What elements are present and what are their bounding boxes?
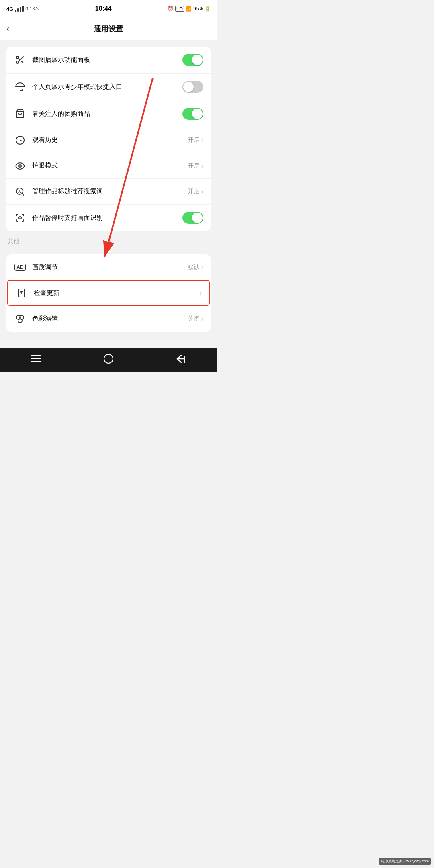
eye-protection-label: 护眼模式	[32, 162, 188, 170]
battery-label: 95%	[193, 6, 203, 12]
hd-label: HD	[175, 6, 184, 12]
svg-line-3	[21, 61, 23, 63]
color-filter-label: 色彩滤镜	[32, 315, 188, 323]
quality-status: 默认 ›	[188, 264, 203, 271]
setting-row-quality[interactable]: AD 画质调节 默认 ›	[6, 254, 211, 280]
setting-row-group-buy[interactable]: 看关注人的团购商品	[6, 100, 211, 127]
eye-protection-status: 开启 ›	[188, 162, 203, 170]
svg-point-11	[19, 217, 21, 219]
check-update-chevron: ›	[200, 289, 202, 297]
watch-history-label: 观看历史	[32, 136, 188, 144]
other-section-label: 其他	[0, 231, 217, 248]
time-label: 10:44	[95, 5, 112, 12]
svg-rect-19	[31, 355, 41, 356]
status-left: 4G 0.1K/s	[6, 6, 39, 12]
search-a-icon: A	[14, 187, 27, 197]
quality-label: 画质调节	[32, 263, 188, 272]
back-button[interactable]: ‹	[6, 24, 9, 34]
manage-search-status: 开启 ›	[188, 188, 203, 195]
group-buy-toggle[interactable]	[182, 108, 203, 120]
setting-row-eye-protection[interactable]: 护眼模式 开启 ›	[6, 153, 211, 178]
pause-recognition-label: 作品暂停时支持画面识别	[32, 214, 182, 222]
chevron-icon-quality: ›	[201, 264, 203, 271]
svg-point-16	[18, 319, 22, 323]
group-buy-label: 看关注人的团购商品	[32, 110, 182, 118]
ad-icon: AD	[14, 264, 27, 271]
svg-line-4	[18, 58, 20, 60]
eye-icon	[14, 161, 27, 171]
setting-row-screenshot[interactable]: 截图后展示功能面板	[6, 47, 211, 73]
setting-row-color-filter[interactable]: 色彩滤镜 关闭 ›	[6, 306, 211, 332]
manage-search-label: 管理作品标题推荐搜索词	[32, 187, 188, 196]
clock-icon	[14, 135, 27, 145]
setting-row-pause-recognition[interactable]: 作品暂停时支持画面识别	[6, 204, 211, 231]
color-filter-status: 关闭 ›	[188, 315, 203, 323]
top-nav: ‹ 通用设置	[0, 18, 217, 40]
chevron-icon-eye: ›	[201, 162, 203, 170]
filter-icon	[14, 314, 27, 324]
battery-icon: 🔋	[205, 6, 211, 12]
scan-icon	[14, 213, 27, 223]
umbrella-icon	[14, 82, 27, 92]
upload-icon	[15, 288, 28, 298]
page-title: 通用设置	[94, 24, 123, 34]
teen-mode-toggle[interactable]	[182, 81, 203, 93]
main-settings-card: 截图后展示功能面板 个人页展示青少年模式快捷入口	[6, 47, 211, 231]
svg-rect-20	[31, 358, 41, 360]
screenshot-label: 截图后展示功能面板	[32, 56, 182, 64]
watch-history-status: 开启 ›	[188, 136, 203, 144]
setting-row-teen-mode[interactable]: 个人页展示青少年模式快捷入口	[6, 73, 211, 100]
svg-point-22	[104, 354, 113, 363]
signal-icon	[15, 6, 24, 12]
check-update-label: 检查更新	[34, 289, 200, 297]
carrier-label: 4G	[6, 6, 13, 12]
svg-text:A: A	[18, 190, 21, 194]
nav-menu-button[interactable]	[28, 351, 44, 367]
svg-rect-21	[31, 361, 41, 362]
bottom-nav	[0, 348, 217, 372]
teen-mode-label: 个人页展示青少年模式快捷入口	[32, 83, 182, 91]
svg-point-7	[19, 165, 21, 167]
pause-recognition-toggle[interactable]	[182, 212, 203, 224]
chevron-icon: ›	[201, 137, 203, 144]
bag-icon	[14, 109, 27, 119]
speed-label: 0.1K/s	[25, 6, 39, 12]
scissors-icon	[14, 55, 27, 65]
alarm-icon: ⏰	[168, 6, 174, 12]
chevron-icon-search: ›	[201, 188, 203, 195]
setting-row-watch-history[interactable]: 观看历史 开启 ›	[6, 127, 211, 153]
nav-home-button[interactable]	[100, 351, 117, 367]
chevron-icon-update: ›	[200, 289, 202, 297]
screenshot-toggle[interactable]	[182, 54, 203, 66]
svg-line-9	[22, 193, 24, 195]
status-bar: 4G 0.1K/s 10:44 ⏰ HD 📶 95% 🔋	[0, 0, 217, 18]
setting-row-check-update[interactable]: 检查更新 ›	[7, 280, 210, 306]
setting-row-manage-search[interactable]: A 管理作品标题推荐搜索词 开启 ›	[6, 178, 211, 204]
other-settings-card: AD 画质调节 默认 › 检查更新 ›	[6, 254, 211, 332]
status-right: ⏰ HD 📶 95% 🔋	[168, 6, 211, 12]
nav-back-button[interactable]	[173, 351, 189, 367]
wifi-icon: 📶	[186, 6, 192, 12]
chevron-icon-filter: ›	[201, 315, 203, 323]
